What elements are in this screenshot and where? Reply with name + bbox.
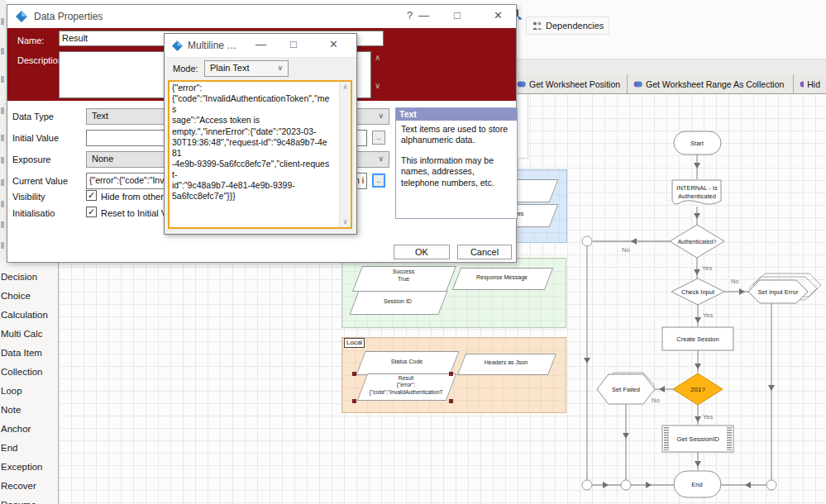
textarea-scrollbar[interactable]: ∧ ∨: [339, 82, 351, 227]
sidebar-item-recover[interactable]: Recover: [0, 477, 58, 496]
maximize-button[interactable]: □: [454, 9, 461, 22]
initialisation-label: Initialisatio: [12, 208, 55, 218]
response-message-label: Response Message: [456, 274, 547, 282]
flow-internal-page-stage[interactable]: INTERNAL - Is Authenticated: [672, 180, 721, 204]
multiline-editor-popup: Multiline … — □ ✕ Mode: Plain Text ∨ {"e…: [164, 33, 357, 235]
svg-text:No: No: [731, 278, 739, 285]
selection-handle[interactable]: [352, 399, 356, 403]
multiline-text-content: {"error": {"code":"InvalidAuthentication…: [172, 83, 331, 202]
multiline-text-editor[interactable]: {"error": {"code":"InvalidAuthentication…: [168, 80, 352, 229]
sidebar-item-loop[interactable]: Loop: [0, 382, 58, 401]
sidebar-item-end[interactable]: End: [0, 439, 58, 458]
help-button[interactable]: ?: [407, 9, 413, 22]
chevron-down-icon: ∨: [277, 64, 283, 72]
selection-handle[interactable]: [449, 399, 453, 403]
current-value-label: Current Value: [12, 176, 68, 186]
name-label: Name:: [17, 36, 44, 45]
data-type-info-panel: Text Text items are used to store alphan…: [395, 107, 518, 219]
svg-text:Set Input Error: Set Input Error: [758, 288, 799, 296]
svg-text:Authenticated: Authenticated: [678, 193, 716, 200]
toolbar-band: [511, 59, 826, 75]
selection-handle[interactable]: [449, 372, 453, 376]
visibility-checkbox[interactable]: ✓: [86, 190, 97, 201]
page-icon: [800, 80, 804, 88]
blue-prism-icon: [172, 40, 183, 51]
sidebar-item-note[interactable]: Note: [0, 401, 58, 420]
initialisation-option-label: Reset to Initial Val: [101, 208, 174, 218]
success-label-line2: True: [357, 276, 450, 283]
popup-title: Multiline …: [188, 40, 236, 51]
tab-get-worksheet-position[interactable]: Get Worksheet Position: [511, 74, 628, 93]
dependencies-people-icon: [532, 21, 542, 31]
flow-check-input-decision[interactable]: Check Input: [671, 278, 724, 305]
tab-hidden-cut[interactable]: Hid: [794, 74, 826, 93]
headers-label: Headers as Json: [461, 359, 551, 367]
svg-text:Yes: Yes: [703, 311, 713, 319]
flowchart-svg: Start INTERNAL - Is Authenticated Authen…: [571, 107, 826, 504]
flow-create-session-stage[interactable]: Create Session: [662, 327, 733, 350]
flow-201-decision[interactable]: 201?: [673, 373, 723, 405]
sidebar-item-choice[interactable]: Choice: [0, 287, 58, 306]
sidebar-item-calculation[interactable]: Calculation: [0, 306, 58, 325]
data-item-fragment-label: ges: [514, 211, 539, 218]
info-panel-paragraph-1: Text items are used to store alphanumeri…: [396, 124, 517, 145]
sidebar-item-resume[interactable]: Resume: [0, 496, 58, 504]
page-tab-bar: Get Worksheet Position Get Worksheet Ran…: [511, 74, 826, 94]
initialisation-checkbox[interactable]: ✓: [86, 207, 97, 217]
svg-text:Set Failed: Set Failed: [612, 386, 640, 393]
sidebar-item-multi-calc[interactable]: Multi Calc: [0, 325, 58, 344]
page-icon: [633, 80, 642, 88]
visibility-label: Visibility: [12, 192, 45, 202]
session-id-label: Session ID: [354, 298, 442, 306]
sidebar-item-collection[interactable]: Collection: [0, 363, 58, 382]
dialog-titlebar[interactable]: Data Properties ? — □ ✕: [7, 5, 516, 28]
cancel-button[interactable]: Cancel: [457, 245, 512, 259]
flow-get-sessionid-stage[interactable]: Get SessionID: [662, 426, 733, 452]
flow-set-input-error-stage[interactable]: Set Input Error: [748, 273, 821, 303]
popup-titlebar[interactable]: Multiline … — □ ✕: [165, 34, 356, 58]
scroll-down-icon[interactable]: ∨: [375, 81, 380, 90]
sidebar-item-anchor[interactable]: Anchor: [0, 420, 58, 439]
selection-handle[interactable]: [352, 372, 356, 376]
svg-text:No: No: [622, 246, 630, 254]
sidebar-clipped-icons: [0, 0, 7, 261]
initial-value-label: Initial Value: [12, 133, 59, 143]
svg-text:Yes: Yes: [703, 413, 713, 421]
dependencies-button[interactable]: Dependencies: [526, 17, 609, 35]
sidebar-item-exception[interactable]: Exception: [0, 458, 58, 477]
mode-label: Mode:: [173, 64, 198, 74]
flow-set-failed-stage[interactable]: Set Failed: [597, 373, 655, 404]
flow-authenticated-decision[interactable]: Authenticated?: [670, 225, 724, 258]
scroll-up-icon[interactable]: ∧: [340, 83, 351, 91]
svg-text:INTERNAL - Is: INTERNAL - Is: [676, 184, 718, 192]
tab-get-worksheet-range-as-collection[interactable]: Get Worksheet Range As Collection: [628, 74, 794, 93]
mode-select[interactable]: Plain Text ∨: [204, 60, 289, 77]
success-label-line1: Success: [357, 269, 450, 276]
result-label-line2: {"error":: [352, 382, 460, 388]
scroll-up-icon[interactable]: ∧: [375, 53, 380, 62]
svg-text:Create Session: Create Session: [676, 335, 719, 343]
sidebar-item-decision[interactable]: Decision: [0, 268, 58, 287]
info-panel-title: Text: [396, 108, 517, 121]
svg-text:No: No: [652, 397, 660, 404]
minimize-button[interactable]: —: [255, 38, 266, 51]
maximize-button[interactable]: □: [290, 38, 297, 51]
exposure-label: Exposure: [12, 155, 50, 164]
result-label-line3: {"code":"InvalidAuthenticationT: [352, 389, 460, 396]
info-panel-paragraph-2: This information may be names, addresses…: [396, 155, 517, 188]
minimize-button[interactable]: —: [418, 9, 429, 22]
current-value-browse-button[interactable]: ..: [372, 174, 385, 188]
svg-text:End: End: [691, 481, 702, 488]
dependencies-label: Dependencies: [546, 21, 604, 31]
sidebar-item-data-item[interactable]: Data Item: [0, 344, 58, 363]
scroll-down-icon[interactable]: ∨: [340, 218, 351, 226]
flow-end-stage[interactable]: End: [674, 471, 721, 497]
toolbox-sidebar: Decision Choice Calculation Multi Calc D…: [0, 261, 58, 504]
close-button[interactable]: ✕: [329, 38, 338, 51]
data-type-label: Data Type: [12, 112, 54, 121]
close-button[interactable]: ✕: [494, 9, 503, 22]
svg-text:Get SessionID: Get SessionID: [676, 435, 719, 443]
initial-value-browse-button[interactable]: ..: [372, 131, 385, 145]
ok-button[interactable]: OK: [394, 245, 450, 259]
flow-start-stage[interactable]: Start: [674, 131, 721, 155]
